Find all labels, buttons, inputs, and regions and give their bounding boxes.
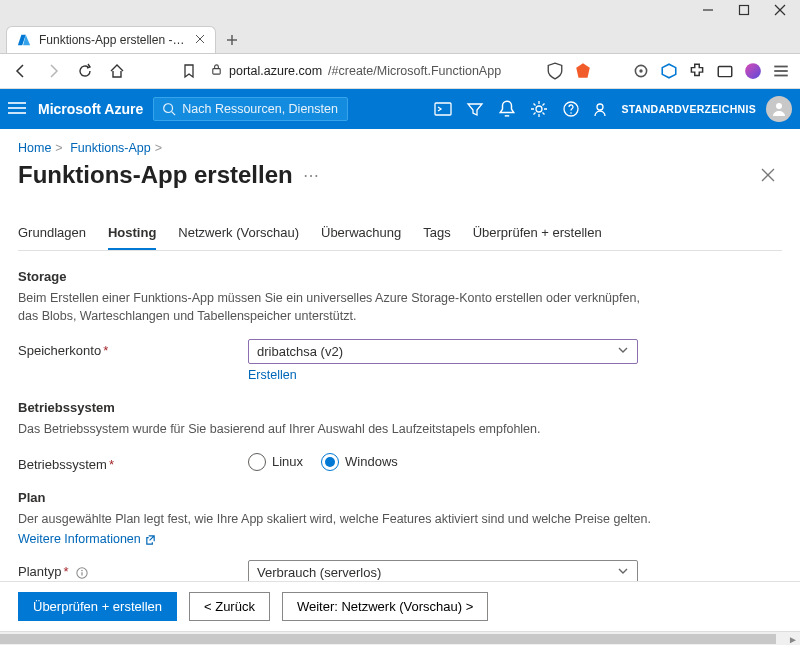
- svg-rect-24: [435, 103, 451, 115]
- wizard-footer: Überprüfen + erstellen < Zurück Weiter: …: [0, 581, 800, 631]
- scrollbar-thumb[interactable]: [0, 634, 776, 644]
- svg-point-30: [776, 103, 782, 109]
- profile-icon[interactable]: [744, 62, 762, 80]
- storage-heading: Storage: [18, 269, 782, 284]
- blade-close-icon[interactable]: [754, 161, 782, 189]
- svg-point-28: [570, 112, 572, 114]
- os-label: Betriebssystem: [18, 457, 107, 472]
- bookmark-icon[interactable]: [178, 60, 200, 82]
- feedback-icon[interactable]: [594, 100, 612, 118]
- storage-account-select[interactable]: dribatchsa (v2): [248, 339, 638, 364]
- new-tab-button[interactable]: [222, 30, 242, 53]
- svg-point-15: [745, 63, 761, 79]
- extensions-icon[interactable]: [688, 62, 706, 80]
- content-area: Home> Funktions-App> Funktions-App erste…: [0, 129, 800, 581]
- horizontal-scrollbar[interactable]: ◄ ►: [0, 631, 800, 645]
- portal-search-input[interactable]: [182, 102, 339, 116]
- tab-monitor[interactable]: Überwachung: [321, 217, 401, 250]
- svg-rect-14: [718, 67, 732, 77]
- chevron-down-icon: [617, 565, 629, 580]
- browser-chrome: Funktions-App erstellen - Microsoft: [0, 0, 800, 54]
- plan-heading: Plan: [18, 490, 782, 505]
- ext-icon-3[interactable]: [716, 62, 734, 80]
- portal-search[interactable]: [153, 97, 348, 121]
- tab-hosting[interactable]: Hosting: [108, 217, 156, 250]
- azure-favicon: [17, 33, 31, 47]
- shield-icon[interactable]: [546, 62, 564, 80]
- ext-icon-1[interactable]: [632, 62, 650, 80]
- window-close-icon[interactable]: [774, 4, 786, 19]
- window-maximize-icon[interactable]: [738, 4, 750, 19]
- os-desc: Das Betriebssystem wurde für Sie basiere…: [18, 421, 658, 439]
- portal-menu-icon[interactable]: [8, 101, 28, 118]
- cloud-shell-icon[interactable]: [434, 100, 452, 118]
- svg-rect-1: [740, 6, 749, 15]
- svg-line-23: [172, 112, 176, 116]
- page-title: Funktions-App erstellen: [18, 161, 293, 189]
- required-indicator: *: [63, 564, 68, 579]
- section-storage: Storage Beim Erstellen einer Funktions-A…: [18, 269, 782, 382]
- svg-point-26: [536, 106, 542, 112]
- tab-network[interactable]: Netzwerk (Vorschau): [178, 217, 299, 250]
- os-windows-label: Windows: [345, 454, 398, 469]
- avatar[interactable]: [766, 96, 792, 122]
- svg-rect-10: [213, 69, 220, 75]
- plan-desc: Der ausgewählte Plan legt fest, wie Ihre…: [18, 511, 658, 529]
- brand-label[interactable]: Microsoft Azure: [38, 101, 143, 117]
- plan-type-select[interactable]: Verbrauch (serverlos): [248, 560, 638, 581]
- more-actions-icon[interactable]: ⋯: [303, 166, 319, 185]
- brave-icon[interactable]: [574, 62, 592, 80]
- section-os: Betriebssystem Das Betriebssystem wurde …: [18, 400, 782, 472]
- url-display[interactable]: portal.azure.com/#create/Microsoft.Funct…: [210, 63, 536, 79]
- breadcrumb-home[interactable]: Home: [18, 141, 51, 155]
- nav-reload-icon[interactable]: [74, 60, 96, 82]
- tab-basics[interactable]: Grundlagen: [18, 217, 86, 250]
- tab-review[interactable]: Überprüfen + erstellen: [473, 217, 602, 250]
- browser-menu-icon[interactable]: [772, 62, 790, 80]
- svg-point-29: [597, 104, 603, 110]
- window-minimize-icon[interactable]: [702, 4, 714, 19]
- svg-marker-11: [576, 63, 590, 78]
- ext-icon-2[interactable]: [660, 62, 678, 80]
- tab-tags[interactable]: Tags: [423, 217, 450, 250]
- svg-point-35: [81, 569, 83, 571]
- os-radio-linux[interactable]: Linux: [248, 453, 303, 471]
- nav-home-icon[interactable]: [106, 60, 128, 82]
- chevron-down-icon: [617, 344, 629, 359]
- os-heading: Betriebssystem: [18, 400, 782, 415]
- storage-label: Speicherkonto: [18, 343, 101, 358]
- tab-close-icon[interactable]: [195, 33, 205, 47]
- tenant-label[interactable]: STANDARDVERZEICHNIS: [622, 103, 756, 115]
- os-linux-label: Linux: [272, 454, 303, 469]
- next-button[interactable]: Weiter: Netzwerk (Vorschau) >: [282, 592, 488, 621]
- help-icon[interactable]: [562, 100, 580, 118]
- required-indicator: *: [103, 343, 108, 358]
- storage-create-link[interactable]: Erstellen: [248, 368, 297, 382]
- search-icon: [162, 102, 176, 116]
- settings-gear-icon[interactable]: [530, 100, 548, 118]
- section-plan: Plan Der ausgewählte Plan legt fest, wie…: [18, 490, 782, 582]
- browser-tab-title: Funktions-App erstellen - Microsoft: [39, 33, 187, 47]
- storage-account-value: dribatchsa (v2): [257, 344, 343, 359]
- wizard-tabs: Grundlagen Hosting Netzwerk (Vorschau) Ü…: [18, 217, 782, 251]
- external-link-icon: [145, 534, 156, 545]
- info-icon[interactable]: [76, 567, 88, 579]
- plan-more-info-link[interactable]: Weitere Informationen: [18, 532, 156, 546]
- directory-filter-icon[interactable]: [466, 100, 484, 118]
- scroll-right-icon[interactable]: ►: [786, 632, 800, 645]
- required-indicator: *: [109, 457, 114, 472]
- review-create-button[interactable]: Überprüfen + erstellen: [18, 592, 177, 621]
- nav-forward-icon[interactable]: [42, 60, 64, 82]
- breadcrumb-parent[interactable]: Funktions-App: [70, 141, 151, 155]
- storage-desc: Beim Erstellen einer Funktions-App müsse…: [18, 290, 658, 325]
- browser-tab[interactable]: Funktions-App erstellen - Microsoft: [6, 26, 216, 53]
- plan-type-value: Verbrauch (serverlos): [257, 565, 381, 580]
- breadcrumb: Home> Funktions-App>: [18, 137, 782, 161]
- os-radio-windows[interactable]: Windows: [321, 453, 398, 471]
- svg-point-13: [639, 69, 642, 72]
- url-host: portal.azure.com: [229, 64, 322, 78]
- notifications-icon[interactable]: [498, 100, 516, 118]
- nav-back-icon[interactable]: [10, 60, 32, 82]
- svg-point-22: [164, 104, 173, 113]
- back-button[interactable]: < Zurück: [189, 592, 270, 621]
